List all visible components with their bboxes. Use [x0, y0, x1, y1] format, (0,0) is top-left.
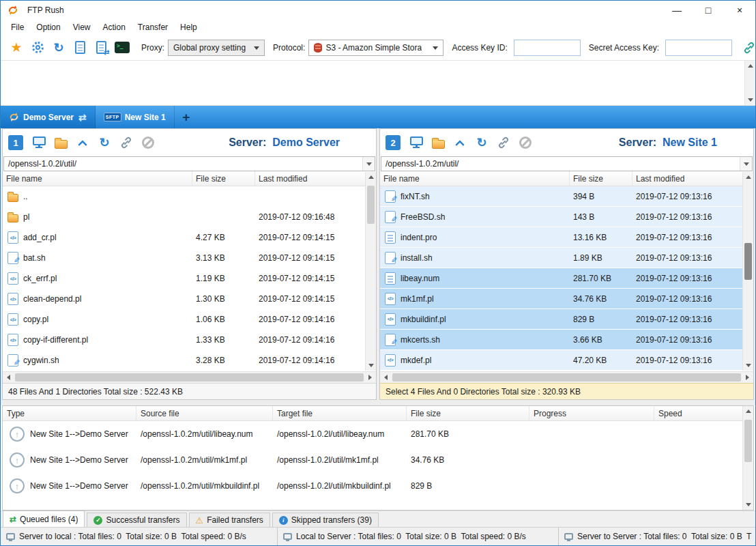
- local-system-button[interactable]: [29, 133, 49, 152]
- file-row[interactable]: pl 2019-07-12 09:16:48: [3, 207, 376, 227]
- scroll-right-button[interactable]: [364, 372, 376, 383]
- file-row[interactable]: clean-depend.pl 1.30 KB 2019-07-12 09:14…: [3, 289, 376, 309]
- scroll-up-icon[interactable]: [368, 175, 374, 179]
- vertical-scrollbar[interactable]: [365, 172, 376, 371]
- file-row[interactable]: mk1mf.pl 34.76 KB 2019-07-12 09:13:16: [380, 289, 753, 309]
- maximize-button[interactable]: □: [693, 1, 724, 20]
- scroll-thumb[interactable]: [392, 373, 741, 382]
- scroll-down-icon[interactable]: [746, 503, 751, 506]
- refresh-button[interactable]: [471, 133, 492, 152]
- file-row[interactable]: mkcerts.sh 3.66 KB 2019-07-12 09:13:16: [380, 330, 753, 350]
- proxy-dropdown[interactable]: Global proxy setting: [168, 40, 265, 56]
- terminal-button[interactable]: [112, 38, 132, 58]
- reconnect-button[interactable]: [48, 38, 69, 58]
- menu-item[interactable]: View: [67, 20, 97, 34]
- vertical-scrollbar[interactable]: [742, 406, 753, 510]
- connect-button[interactable]: [739, 38, 756, 58]
- disconnect-button[interactable]: [515, 133, 536, 152]
- vertical-scrollbar[interactable]: [742, 172, 753, 371]
- column-header-file-name[interactable]: File name: [380, 171, 570, 186]
- tab-demo-server[interactable]: Demo Server: [1, 106, 96, 128]
- file-row[interactable]: install.sh 1.89 KB 2019-07-12 09:13:16: [380, 248, 753, 268]
- path-combobox[interactable]: /openssl-1.0.2m/util/: [381, 156, 753, 171]
- file-row[interactable]: mkbuildinf.pl 829 B 2019-07-12 09:13:16: [380, 309, 753, 330]
- column-header-file-size[interactable]: File size: [192, 171, 255, 186]
- file-row[interactable]: copy-if-different.pl 1.33 KB 2019-07-12 …: [3, 330, 376, 350]
- scroll-down-icon[interactable]: [368, 364, 374, 367]
- file-row[interactable]: ck_errf.pl 1.19 KB 2019-07-12 09:14:15: [3, 268, 376, 289]
- scroll-down-icon[interactable]: [746, 364, 751, 367]
- scroll-up-icon[interactable]: [746, 410, 751, 413]
- path-combobox[interactable]: /openssl-1.0.2l/util/: [3, 156, 375, 171]
- local-system-button[interactable]: [406, 133, 426, 152]
- transfer-tab[interactable]: Skipped transfers (39): [272, 513, 379, 527]
- scroll-up-icon[interactable]: [746, 175, 751, 179]
- settings-button[interactable]: [27, 38, 48, 58]
- scroll-down-icon[interactable]: [748, 98, 753, 102]
- menu-item[interactable]: Transfer: [132, 20, 174, 34]
- tab-new-site-1[interactable]: SFTP New Site 1: [96, 106, 175, 128]
- transfer-tab[interactable]: Successful transfers: [87, 513, 186, 527]
- column-header-file-name[interactable]: File name: [3, 171, 192, 186]
- folder-list-button[interactable]: [428, 133, 448, 152]
- column-header-progress[interactable]: Progress: [529, 406, 654, 420]
- horizontal-scrollbar[interactable]: [3, 371, 376, 383]
- log-area[interactable]: [1, 61, 755, 106]
- menu-item[interactable]: Action: [97, 20, 132, 34]
- secret-access-key-input[interactable]: [665, 40, 732, 56]
- column-header-last-modified[interactable]: Last modified: [255, 171, 376, 186]
- queue-row[interactable]: New Site 1-->Demo Server /openssl-1.0.2m…: [3, 473, 753, 499]
- file-row[interactable]: indent.pro 13.16 KB 2019-07-12 09:13:16: [380, 227, 753, 248]
- scroll-thumb[interactable]: [367, 186, 375, 224]
- path-dropdown-button[interactable]: [362, 157, 375, 171]
- scroll-thumb[interactable]: [744, 243, 752, 280]
- horizontal-splitter[interactable]: [1, 400, 755, 405]
- up-directory-button[interactable]: [72, 133, 93, 152]
- file-row[interactable]: fixNT.sh 394 B 2019-07-12 09:13:16: [380, 186, 753, 207]
- file-row[interactable]: copy.pl 1.06 KB 2019-07-12 09:14:16: [3, 309, 376, 330]
- queue-row[interactable]: New Site 1-->Demo Server /openssl-1.0.2m…: [3, 421, 753, 447]
- up-directory-button[interactable]: [450, 133, 470, 152]
- folder-list-button[interactable]: [50, 133, 71, 152]
- file-row[interactable]: bat.sh 3.13 KB 2019-07-12 09:14:15: [3, 248, 376, 268]
- column-header-type[interactable]: Type: [3, 406, 136, 420]
- minimize-button[interactable]: —: [661, 1, 693, 20]
- queue-row[interactable]: New Site 1-->Demo Server /openssl-1.0.2m…: [3, 447, 753, 473]
- new-tab-button[interactable]: +: [175, 106, 198, 128]
- vertical-scrollbar[interactable]: [744, 61, 755, 105]
- scroll-left-button[interactable]: [3, 372, 14, 383]
- column-header-speed[interactable]: Speed: [654, 406, 753, 420]
- scroll-right-button[interactable]: [742, 372, 753, 383]
- file-row[interactable]: add_cr.pl 4.27 KB 2019-07-12 09:14:15: [3, 227, 376, 248]
- file-row[interactable]: libeay.num 281.70 KB 2019-07-12 09:13:16: [380, 268, 753, 289]
- favorites-button[interactable]: [6, 38, 27, 58]
- horizontal-scrollbar[interactable]: [380, 371, 753, 383]
- column-header-file-size[interactable]: File size: [570, 171, 633, 186]
- scroll-up-icon[interactable]: [748, 64, 753, 68]
- file-row[interactable]: ..: [3, 186, 376, 207]
- scroll-thumb[interactable]: [15, 373, 364, 382]
- menu-item[interactable]: Option: [30, 20, 66, 34]
- access-key-input[interactable]: [514, 40, 581, 56]
- transfer-tab[interactable]: Queued files (4): [3, 511, 85, 527]
- path-dropdown-button[interactable]: [740, 157, 752, 171]
- scroll-left-button[interactable]: [380, 372, 392, 383]
- column-header-target-file[interactable]: Target file: [273, 406, 407, 420]
- file-row[interactable]: cygwin.sh 3.28 KB 2019-07-12 09:14:16: [3, 350, 376, 371]
- menu-item[interactable]: Help: [174, 20, 203, 34]
- log-window-button[interactable]: [70, 38, 90, 58]
- close-button[interactable]: ×: [724, 1, 755, 20]
- menu-item[interactable]: File: [5, 20, 30, 34]
- connect-button[interactable]: [116, 133, 136, 152]
- disconnect-button[interactable]: [138, 133, 158, 152]
- scroll-thumb[interactable]: [744, 420, 752, 462]
- refresh-button[interactable]: [94, 133, 115, 152]
- transfer-log-button[interactable]: [91, 38, 111, 58]
- protocol-dropdown[interactable]: S3 - Amazon Simple Stora: [308, 40, 444, 56]
- column-header-source-file[interactable]: Source file: [136, 406, 273, 420]
- connect-button[interactable]: [493, 133, 514, 152]
- file-row[interactable]: mkdef.pl 47.20 KB 2019-07-12 09:13:16: [380, 350, 753, 371]
- column-header-last-modified[interactable]: Last modified: [633, 171, 753, 186]
- transfer-tab[interactable]: Failed transfers: [189, 513, 270, 527]
- column-header-file-size[interactable]: File size: [407, 406, 529, 420]
